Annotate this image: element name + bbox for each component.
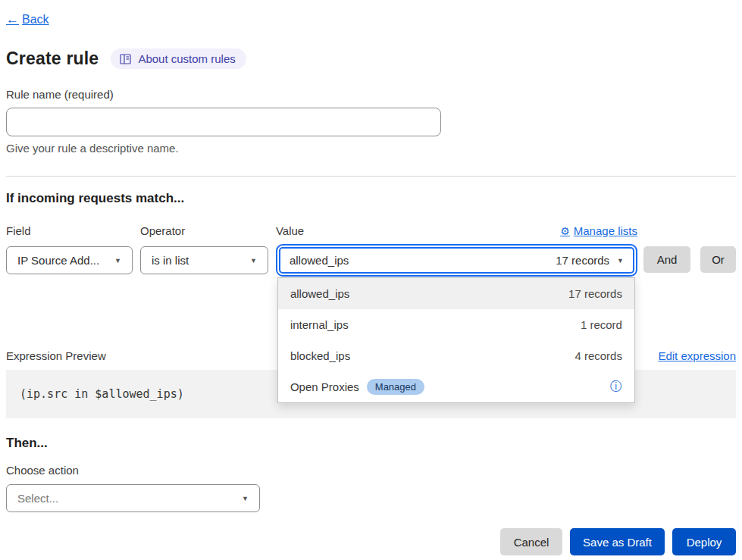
operator-select[interactable]: is in list ▼ — [140, 246, 268, 274]
rule-name-helper-text: Give your rule a descriptive name. — [6, 142, 736, 155]
back-link-label: Back — [22, 13, 49, 27]
info-icon[interactable]: ⓘ — [610, 379, 622, 395]
value-select-count: 17 records — [556, 254, 609, 267]
dropdown-item-blocked-ips[interactable]: blocked_ips 4 records — [278, 340, 634, 371]
list-record-count: 4 records — [575, 349, 622, 362]
value-label: Value — [276, 224, 304, 237]
list-name: Open Proxies — [290, 380, 359, 393]
rule-name-label: Rule name (required) — [6, 88, 736, 101]
list-name: internal_ips — [290, 318, 349, 331]
condition-row: Field IP Source Add... ▼ Operator is in … — [6, 222, 736, 277]
manage-lists-link[interactable]: ⚙Manage lists — [560, 224, 637, 237]
title-row: Create rule About custom rules — [6, 48, 736, 69]
chevron-down-icon: ▼ — [242, 495, 249, 502]
dropdown-item-internal-ips[interactable]: internal_ips 1 record — [278, 309, 634, 340]
rule-name-input[interactable] — [6, 108, 441, 136]
list-name: blocked_ips — [290, 349, 350, 362]
list-name: allowed_ips — [290, 287, 349, 300]
value-select-name: allowed_ips — [290, 254, 349, 267]
save-as-draft-button[interactable]: Save as Draft — [570, 528, 665, 555]
or-button[interactable]: Or — [700, 246, 736, 273]
cancel-button[interactable]: Cancel — [500, 528, 562, 555]
dropdown-item-open-proxies[interactable]: Open Proxies Managed ⓘ — [278, 371, 634, 402]
list-record-count: 17 records — [568, 287, 622, 300]
about-custom-rules-badge[interactable]: About custom rules — [111, 48, 246, 69]
expression-code: (ip.src in $allowed_ips) — [20, 387, 184, 401]
match-section-heading: If incoming requests match... — [6, 191, 736, 206]
chevron-down-icon: ▼ — [114, 257, 121, 264]
back-arrow-icon: ← — [6, 12, 19, 27]
and-or-group: And Or — [643, 246, 736, 273]
chevron-down-icon: ▼ — [617, 257, 624, 264]
expression-preview-label: Expression Preview — [6, 349, 106, 362]
create-rule-page: ←Back Create rule About custom rules Rul… — [0, 0, 742, 560]
section-divider — [6, 176, 736, 177]
choose-action-label: Choose action — [6, 464, 736, 477]
value-select-focus-ring: allowed_ips 17 records ▼ — [276, 244, 637, 277]
about-badge-label: About custom rules — [138, 52, 235, 65]
field-select[interactable]: IP Source Add... ▼ — [6, 246, 133, 274]
back-link[interactable]: ←Back — [6, 12, 49, 27]
operator-select-value: is in list — [152, 254, 189, 267]
edit-expression-link[interactable]: Edit expression — [658, 349, 736, 362]
deploy-button[interactable]: Deploy — [672, 528, 736, 555]
footer-actions: Cancel Save as Draft Deploy — [6, 528, 736, 555]
operator-column: Operator is in list ▼ — [140, 222, 268, 274]
and-button[interactable]: And — [643, 246, 690, 273]
value-column: Value ⚙Manage lists allowed_ips 17 recor… — [276, 222, 637, 277]
list-dropdown-panel: allowed_ips 17 records internal_ips 1 re… — [277, 277, 635, 403]
page-title: Create rule — [6, 48, 99, 69]
value-select[interactable]: allowed_ips 17 records ▼ — [279, 247, 634, 274]
manage-lists-label: Manage lists — [574, 224, 637, 237]
field-select-value: IP Source Add... — [17, 254, 99, 267]
dropdown-item-allowed-ips[interactable]: allowed_ips 17 records — [278, 278, 634, 309]
gear-icon: ⚙ — [560, 225, 570, 237]
then-section-heading: Then... — [6, 436, 736, 451]
operator-label: Operator — [140, 224, 185, 237]
managed-badge: Managed — [367, 379, 424, 395]
chevron-down-icon: ▼ — [250, 257, 257, 264]
field-column: Field IP Source Add... ▼ — [6, 222, 133, 274]
field-label: Field — [6, 224, 31, 237]
list-record-count: 1 record — [581, 318, 622, 331]
book-icon — [120, 54, 132, 64]
action-select-placeholder: Select... — [17, 492, 58, 505]
action-select[interactable]: Select... ▼ — [6, 484, 260, 512]
